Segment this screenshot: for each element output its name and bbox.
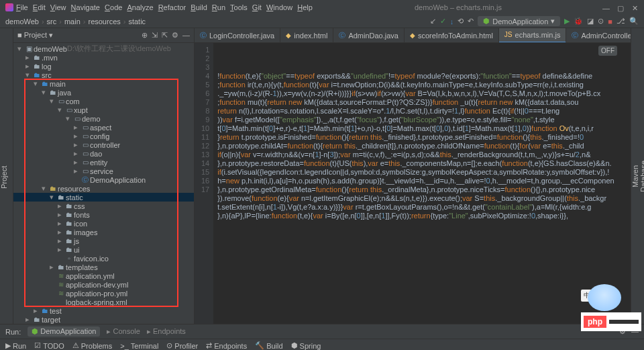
tree-item-demoweb[interactable]: ▾▣ demoWeb D:\软件工程大二课设\demoWeb [13,44,194,53]
tree-item-templates[interactable]: ▸🖿 templates [13,263,194,271]
tree-item-controller[interactable]: ▸▭ controller [13,140,194,149]
minimize-icon[interactable]: — [602,4,609,11]
tree-item-favicon-ico[interactable]: ▫ favicon.ico [13,254,194,263]
tree-item-static[interactable]: ▾🖿 static [13,193,194,202]
tree-item-demo[interactable]: ▾▭ demo [13,114,194,123]
breadcrumb-item[interactable]: demoWeb [5,17,39,26]
select-opened-file-icon[interactable]: ⊕ [142,31,148,40]
bottom-tool-run[interactable]: ▶Run [5,341,26,350]
tree-item-test[interactable]: ▸🖿 test [13,306,194,315]
close-icon[interactable]: ✕ [632,4,639,11]
tree-item-demoapplication[interactable]: Ⓒ DemoApplication [13,175,194,184]
tree-item-com[interactable]: ▾▭ com [13,97,194,105]
tree-item-application-yml[interactable]: ≋ application.yml [13,271,194,280]
app-logo-icon [5,3,13,11]
tree-item-config[interactable]: ▸▭ config [13,132,194,140]
menu-tools[interactable]: Tools [229,3,249,11]
coverage-button[interactable]: ◪ [587,17,594,26]
breadcrumb-item[interactable]: resources [88,17,120,26]
menu-build[interactable]: Build [189,3,208,11]
tree-item-ui[interactable]: ▸🖿 ui [13,245,194,254]
menu-file[interactable]: File [15,3,30,11]
breadcrumb[interactable]: demoWeb › src › main › resources › stati… [5,17,146,26]
tree-item-target[interactable]: ▸🖿 target [13,315,194,324]
tree-item--mvn[interactable]: ▸🖿 .mvn [13,53,194,62]
project-tool-button[interactable]: Project [0,31,8,324]
history-icon[interactable]: ⟲ [458,17,464,26]
tree-item-dao[interactable]: ▸▭ dao [13,149,194,158]
vcs-branch-icon[interactable]: ↙ [430,17,436,26]
project-tree[interactable]: ▾▣ demoWeb D:\软件工程大二课设\demoWeb▸🖿 .mvn▸🖿 … [13,43,194,324]
update-icon[interactable]: ↓ [450,17,454,26]
bottom-tool-problems[interactable]: ⚠Problems [72,341,112,350]
run-button[interactable]: ▶ [564,17,570,26]
expand-all-icon[interactable]: ⇲ [152,31,158,40]
tree-item-xupt[interactable]: ▾▭ xupt [13,105,194,114]
git-tool-icon[interactable]: ⎇ [616,17,625,26]
bottom-tool-profiler[interactable]: ⊙Profiler [166,341,198,350]
tree-item-java[interactable]: ▾🖿 java [13,88,194,97]
tree-item-log[interactable]: ▸🖿 log [13,62,194,71]
tree-item-images[interactable]: ▸🖿 images [13,228,194,236]
menu-analyze[interactable]: Analyze [125,3,154,11]
editor-tab[interactable]: ◆ index.html [280,28,333,43]
menu-git[interactable]: Git [251,3,263,11]
tree-item-css[interactable]: ▸🖿 css [13,202,194,210]
tree-item-service[interactable]: ▸▭ service [13,167,194,175]
run-config-label: DemoApplication [492,17,548,26]
stop-button[interactable]: ■ [608,17,612,26]
rollback-icon[interactable]: ↶ [468,17,474,26]
editor-tab[interactable]: Ⓒ AdminDao.java [333,28,405,43]
maximize-icon[interactable]: ▢ [617,4,624,11]
run-config-tab[interactable]: ⬢ DemoApplication [28,326,100,337]
tree-item-logback-spring-xml[interactable]: logback-spring.xml [13,298,194,306]
collapse-all-icon[interactable]: ⇱ [162,31,168,40]
menu-code[interactable]: Code [103,3,123,11]
editor-tab[interactable]: ◆ scoreInfoToAdmin.html [405,28,499,43]
menu-window[interactable]: Window [265,3,294,11]
breadcrumb-item[interactable]: main [64,17,80,26]
inspection-badge[interactable]: OFF [598,46,617,56]
bottom-tool-build[interactable]: 🔨Build [255,341,282,350]
tree-item-aspect[interactable]: ▸▭ aspect [13,123,194,132]
tree-item-src[interactable]: ▾🖿 src [13,71,194,79]
tree-item-main[interactable]: ▾🖿 main [13,79,194,88]
bottom-tool-todo[interactable]: ☑TODO [34,341,64,350]
run-config-selector[interactable]: ⬢ DemoApplication ▾ [478,16,560,26]
commit-icon[interactable]: ✓ [440,17,446,26]
menu-edit[interactable]: Edit [32,3,47,11]
profile-button[interactable]: ⊙ [598,17,604,26]
hide-panel-icon[interactable]: — [182,31,190,40]
editor-tab[interactable]: JS echarts.min.js [499,28,567,43]
run-tool-window-header: Run: ⬢ DemoApplication ▸ Console▸ Endpoi… [0,324,644,339]
tool-database[interactable]: Database [639,28,644,324]
tree-item-application-dev-yml[interactable]: ≋ application-dev.yml [13,280,194,289]
menu-refactor[interactable]: Refactor [157,3,188,11]
tree-item-js[interactable]: ▸🖿 js [13,236,194,245]
tree-item-application-pro-yml[interactable]: ≋ application-pro.yml [13,289,194,298]
settings-icon[interactable]: ⚙ [172,31,178,40]
tree-item-resources[interactable]: ▾🖿 resources [13,184,194,193]
tree-item-fonts[interactable]: ▸🖿 fonts [13,210,194,219]
menu-help[interactable]: Help [296,3,314,11]
code-editor[interactable]: OFF !function(t,e){"object"==typeof expo… [213,43,631,324]
breadcrumb-item[interactable]: static [128,17,146,26]
debug-button[interactable]: 🐞 [574,17,583,26]
project-view-selector[interactable]: ■ Project ▾ [17,31,53,40]
editor-area: Ⓒ LoginController.java◆ index.htmlⒸ Admi… [195,28,631,324]
tree-item-icon[interactable]: ▸🖿 icon [13,219,194,228]
bottom-tool-spring[interactable]: ⬢Spring [291,341,321,350]
menu-run[interactable]: Run [211,3,227,11]
tool-maven[interactable]: Maven [631,28,639,324]
tree-item-entity[interactable]: ▸▭ entity [13,158,194,167]
bottom-tool-terminal[interactable]: >_Terminal [120,342,158,350]
search-icon[interactable]: 🔍 [629,17,639,26]
menu-view[interactable]: View [49,3,68,11]
run-tab-console[interactable]: ▸ Console [107,327,140,336]
editor-tab[interactable]: Ⓒ LoginController.java [195,28,280,43]
run-tab-endpoints[interactable]: ▸ Endpoints [147,327,186,336]
breadcrumb-item[interactable]: src [47,17,57,26]
bottom-tool-endpoints[interactable]: ⇄Endpoints [206,341,247,350]
menu-navigate[interactable]: Navigate [70,3,101,11]
editor-tab[interactable]: Ⓒ AdminController.java [566,28,631,43]
